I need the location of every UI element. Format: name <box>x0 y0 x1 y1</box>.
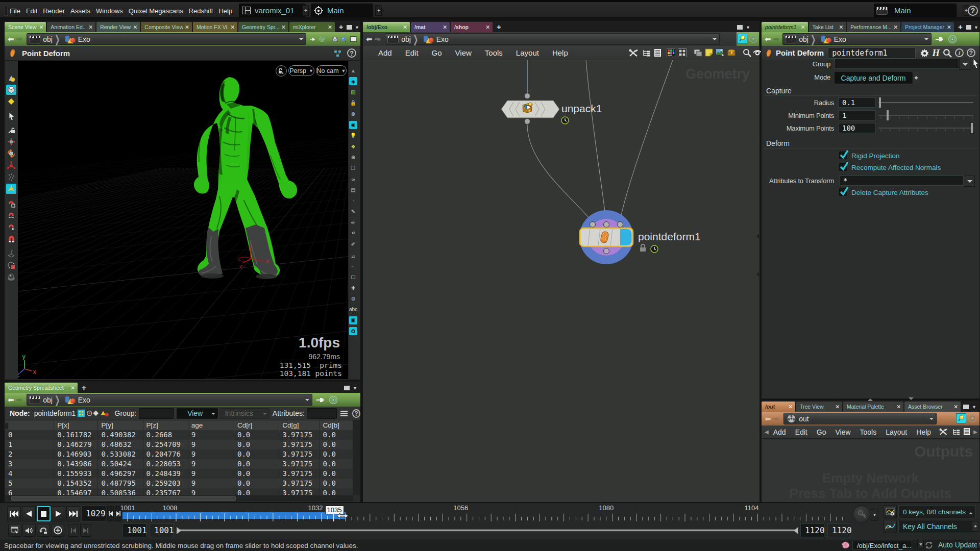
sheet-data-row[interactable]: 50.1543520.4877950.25920390.03.971750.0 <box>5 479 353 488</box>
pane-menu-button[interactable]: ▼ <box>355 25 359 30</box>
page-list-icon[interactable] <box>963 428 970 436</box>
sticky-note-icon[interactable] <box>705 48 713 57</box>
pane-maximize-button[interactable] <box>963 405 969 409</box>
path-node[interactable]: out <box>799 415 808 423</box>
sheet-intrinsics-dropdown[interactable]: Intrinsics <box>219 408 270 419</box>
max-points-field[interactable]: 100 <box>838 123 876 133</box>
main-menu-spinner[interactable] <box>375 5 382 16</box>
sheet-data-row[interactable]: 60.1546970.5085360.23576790.03.971750.0 <box>5 488 353 495</box>
min-points-slider[interactable] <box>878 110 973 120</box>
path-forward-button[interactable]: ➡ <box>773 414 780 423</box>
crosshair-display-icon[interactable]: ⊗ <box>349 110 357 118</box>
path-node[interactable]: Exo <box>78 396 90 404</box>
pin-icon[interactable] <box>309 36 315 43</box>
select-tool-icon[interactable] <box>6 111 16 121</box>
path-dropdown-caret[interactable] <box>713 38 717 42</box>
abc-text-icon[interactable]: abc <box>349 306 357 314</box>
goto-end-button[interactable] <box>66 506 80 521</box>
tab-performance-monitor[interactable]: Performance M...✕ <box>847 22 900 32</box>
display-sphere-icon[interactable] <box>341 35 347 44</box>
pin-icon[interactable] <box>935 36 945 43</box>
radius-slider[interactable] <box>878 97 973 108</box>
color-palette-grid-icon[interactable] <box>667 48 675 57</box>
close-icon[interactable]: ✕ <box>185 24 189 30</box>
sheet-path-field[interactable]: obj❯ Exo <box>27 394 312 406</box>
path-forward-button[interactable]: ➡ <box>16 35 23 44</box>
pane-menu-button[interactable]: ▼ <box>353 386 357 391</box>
tab-out[interactable]: /out✕ <box>762 402 795 412</box>
range-start2-field[interactable]: 1001 <box>150 523 174 537</box>
tree-list-icon[interactable] <box>952 428 960 436</box>
expand-up-icon[interactable]: ▲ <box>349 66 357 74</box>
search-icon[interactable] <box>743 48 751 57</box>
attribs-transform-field[interactable]: * <box>839 176 964 186</box>
help-icon[interactable]: ? <box>968 6 978 16</box>
tab-shop[interactable]: /shop✕ <box>451 22 493 32</box>
spreadsheet-table[interactable]: P[x]P[y]P[z]ageCd[r]Cd[g]Cd[b]00.1617820… <box>5 420 353 495</box>
out-menu-add[interactable]: Add <box>769 428 791 436</box>
new-tab-button[interactable]: + <box>339 22 344 31</box>
path-node[interactable]: Exo <box>78 35 90 43</box>
simreset-button[interactable] <box>37 524 50 537</box>
close-icon[interactable]: ✕ <box>70 385 75 391</box>
tab-asset-browser[interactable]: Asset Browser✕ <box>904 402 961 412</box>
menu-help[interactable]: Help <box>216 7 235 15</box>
lighting-mode-icon[interactable]: ◉ <box>349 121 357 129</box>
out-canvas[interactable]: Outputs Empty Network Press Tab to Add O… <box>762 439 979 502</box>
close-icon[interactable]: ✕ <box>403 24 407 30</box>
sheet-vertical-scrollbar[interactable] <box>353 420 360 495</box>
pin-active-icon[interactable] <box>956 413 966 423</box>
current-frame-field[interactable]: 1029 <box>81 506 106 521</box>
ghost-circle-icon[interactable] <box>948 35 957 44</box>
ghost-circle-icon[interactable] <box>749 34 758 43</box>
fan-icon[interactable]: ✚ <box>349 284 357 292</box>
snap-magnet-icon[interactable] <box>6 234 16 244</box>
network-canvas[interactable]: Geometry unpack1 pointdeform1 <box>363 60 759 502</box>
path-node[interactable]: Exo <box>834 35 846 43</box>
menu-edit[interactable]: Edit <box>23 7 39 15</box>
out-menu-go[interactable]: Go <box>812 428 831 436</box>
treasure-chest-icon[interactable] <box>727 48 736 57</box>
next-keyframe-button[interactable] <box>80 524 91 537</box>
cubes-display-icon[interactable]: ❒ <box>349 164 357 172</box>
menu-assets[interactable]: Assets <box>68 7 93 15</box>
scene-path-field[interactable]: obj❯ Exo <box>27 33 306 45</box>
menu-scroll-left-icon[interactable]: ◀ <box>765 429 769 435</box>
out-menu-help[interactable]: Help <box>912 428 936 436</box>
menu-scroll-right-icon[interactable]: ▶ <box>973 429 977 435</box>
auto-update-spinner[interactable] <box>977 540 980 549</box>
dot-icon[interactable]: · <box>349 197 357 205</box>
path-root[interactable]: obj <box>401 35 411 43</box>
pane-edge-arrow[interactable] <box>754 272 759 277</box>
info-icon[interactable]: i <box>955 48 964 57</box>
view-mode-icon[interactable]: ◈ <box>349 77 357 85</box>
visualizer-pin-icon[interactable]: ✪ <box>349 327 357 335</box>
sheet-level-icons[interactable] <box>78 409 111 418</box>
pane-maximize-button[interactable] <box>347 25 352 30</box>
show-geometry-icon[interactable] <box>6 85 16 95</box>
min-points-field[interactable]: 1 <box>838 110 876 120</box>
tools-wrench-icon[interactable] <box>939 428 949 436</box>
render-region-icon[interactable] <box>6 260 16 270</box>
path-back-button[interactable]: ⬅ <box>366 35 373 44</box>
normals-display-icon[interactable]: ▧ <box>349 88 357 96</box>
new-tab-button[interactable]: + <box>958 22 963 31</box>
close-icon[interactable]: ✕ <box>947 24 951 30</box>
out-menu-layout[interactable]: Layout <box>881 428 912 436</box>
mode-spinner[interactable] <box>912 72 919 84</box>
tab-mat[interactable]: /mat✕ <box>411 22 450 32</box>
play-reverse-button[interactable] <box>22 506 36 521</box>
camera-menu-button[interactable]: No cam▼ <box>316 65 347 76</box>
close-icon[interactable]: ✕ <box>801 24 805 30</box>
pane-split-up-arrow[interactable] <box>868 396 873 401</box>
radius-field[interactable]: 0.1 <box>838 97 876 108</box>
layout-grid-icon[interactable] <box>678 48 687 57</box>
path-root[interactable]: obj <box>799 35 808 43</box>
rigid-projection-label[interactable]: Rigid Projection <box>851 152 900 160</box>
tab-mixplorer[interactable]: miXplorer✕ <box>289 22 335 32</box>
unpack1-label[interactable]: unpack1 <box>561 103 602 115</box>
gear-icon[interactable] <box>920 48 929 58</box>
menu-quixel[interactable]: Quixel Megascans <box>126 7 185 15</box>
tools-wrench-icon[interactable] <box>628 49 640 57</box>
circle-lines-icon[interactable]: ⊜ <box>349 294 357 303</box>
